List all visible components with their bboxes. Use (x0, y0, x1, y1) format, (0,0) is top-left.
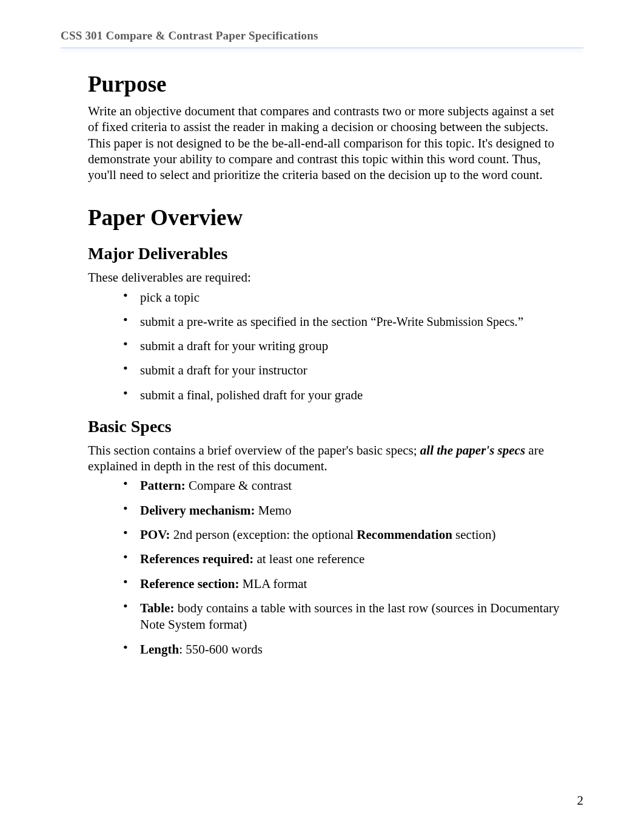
list-item: Delivery mechanism: Memo (123, 502, 565, 519)
purpose-paragraph: Write an objective document that compare… (88, 103, 565, 183)
list-item-suffix: ” (518, 314, 523, 329)
spec-value: Memo (255, 503, 292, 518)
list-item-prefix: submit a pre-write as specified in the s… (140, 314, 377, 329)
heading-basic-specs: Basic Specs (88, 417, 565, 436)
list-item: pick a topic (123, 289, 565, 306)
deliverables-list: pick a topic submit a pre-write as speci… (88, 289, 565, 404)
deliverables-intro: These deliverables are required: (88, 269, 565, 285)
list-item: submit a final, polished draft for your … (123, 387, 565, 404)
spec-label: References required: (140, 552, 253, 566)
list-item-text: submit a final, polished draft for your … (140, 388, 363, 402)
document-page: CSS 301 Compare & Contrast Paper Specifi… (0, 0, 644, 658)
spec-value: MLA format (239, 576, 307, 591)
list-item-ref: Pre-Write Submission Specs. (377, 315, 518, 328)
list-item-text: submit a draft for your writing group (140, 339, 328, 353)
list-item: submit a draft for your writing group (123, 338, 565, 354)
page-content: Purpose Write an objective document that… (61, 49, 583, 658)
spec-value-post: section) (452, 527, 496, 542)
heading-purpose: Purpose (88, 71, 565, 97)
intro-emphasis: all the paper's specs (420, 443, 525, 458)
running-header: CSS 301 Compare & Contrast Paper Specifi… (61, 29, 583, 42)
spec-label: POV: (140, 527, 170, 542)
spec-label: Reference section: (140, 576, 239, 591)
basic-specs-intro: This section contains a brief overview o… (88, 442, 565, 475)
spec-label: Table: (140, 601, 174, 615)
heading-paper-overview: Paper Overview (88, 205, 565, 231)
basic-specs-list: Pattern: Compare & contrast Delivery mec… (88, 478, 565, 657)
list-item-text: submit a draft for your instructor (140, 363, 307, 377)
intro-pre: This section contains a brief overview o… (88, 443, 420, 458)
page-number: 2 (577, 793, 584, 808)
list-item: Length: 550-600 words (123, 641, 565, 658)
list-item: submit a draft for your instructor (123, 362, 565, 379)
spec-value-bold: Recommendation (357, 527, 452, 542)
list-item-text: pick a topic (140, 290, 200, 305)
list-item: References required: at least one refere… (123, 551, 565, 567)
spec-value: at least one reference (253, 552, 364, 566)
list-item: POV: 2nd person (exception: the optional… (123, 527, 565, 543)
list-item: Reference section: MLA format (123, 576, 565, 592)
spec-label: Delivery mechanism: (140, 503, 255, 518)
spec-value-pre: 2nd person (exception: the optional (170, 527, 357, 542)
list-item: Pattern: Compare & contrast (123, 478, 565, 494)
spec-value: Compare & contrast (186, 478, 292, 493)
spec-value: : 550-600 words (179, 642, 263, 657)
spec-label: Length (140, 642, 179, 657)
spec-value: body contains a table with sources in th… (140, 601, 560, 632)
list-item: submit a pre-write as specified in the s… (123, 314, 565, 330)
spec-label: Pattern: (140, 478, 186, 493)
list-item: Table: body contains a table with source… (123, 600, 565, 634)
heading-major-deliverables: Major Deliverables (88, 244, 565, 263)
